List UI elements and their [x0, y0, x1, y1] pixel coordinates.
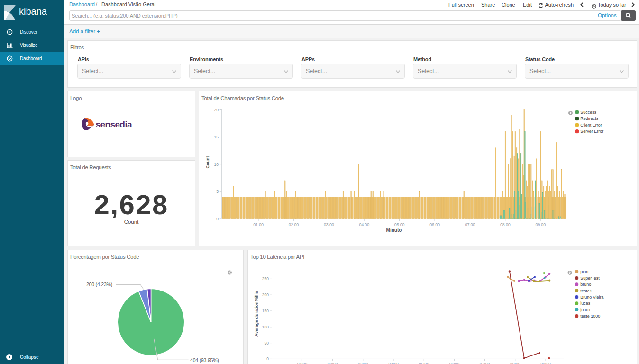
- svg-text:07:00: 07:00: [480, 362, 490, 364]
- svg-text:150: 150: [262, 309, 269, 313]
- svg-text:250: 250: [262, 276, 269, 281]
- svg-text:200 (4.23%): 200 (4.23%): [86, 282, 112, 287]
- svg-text:20: 20: [214, 108, 219, 112]
- svg-text:09:00: 09:00: [540, 362, 551, 364]
- svg-text:SuperTest: SuperTest: [580, 276, 600, 281]
- svg-text:07:00: 07:00: [465, 222, 475, 227]
- svg-text:10: 10: [214, 162, 219, 167]
- svg-text:Server Error: Server Error: [580, 129, 603, 134]
- svg-text:100: 100: [262, 325, 269, 329]
- svg-text:joao1: joao1: [580, 308, 591, 312]
- svg-text:04:00: 04:00: [388, 362, 399, 364]
- svg-text:200: 200: [262, 292, 269, 297]
- svg-text:bruno: bruno: [580, 282, 591, 287]
- svg-text:404 (93.95%): 404 (93.95%): [190, 357, 219, 363]
- svg-text:06:00: 06:00: [449, 362, 460, 364]
- svg-text:08:00: 08:00: [510, 362, 520, 364]
- svg-text:Bruno Vieira: Bruno Vieira: [580, 295, 603, 300]
- svg-text:Redirects: Redirects: [580, 116, 599, 121]
- svg-text:06:00: 06:00: [429, 222, 440, 227]
- svg-text:sensedia: sensedia: [96, 119, 133, 129]
- svg-text:02:00: 02:00: [328, 362, 338, 364]
- svg-text:03:00: 03:00: [324, 222, 334, 227]
- svg-text:01:00: 01:00: [253, 222, 264, 227]
- svg-text:5: 5: [216, 189, 219, 194]
- svg-text:15: 15: [214, 135, 219, 139]
- svg-text:Minuto: Minuto: [386, 228, 402, 233]
- svg-text:50: 50: [265, 341, 269, 346]
- svg-text:Average durationMillis: Average durationMillis: [254, 291, 259, 337]
- svg-text:05:00: 05:00: [394, 222, 405, 227]
- svg-text:03:00: 03:00: [358, 362, 368, 364]
- svg-text:teste 1000: teste 1000: [580, 314, 600, 318]
- svg-text:01:00: 01:00: [297, 362, 308, 364]
- svg-text:Client Error: Client Error: [580, 123, 602, 127]
- svg-text:05:00: 05:00: [419, 362, 429, 364]
- svg-text:piriri: piriri: [580, 269, 588, 274]
- svg-text:teste1: teste1: [580, 289, 592, 293]
- svg-text:0: 0: [216, 217, 219, 221]
- svg-text:Success: Success: [580, 110, 597, 115]
- svg-text:lucas: lucas: [580, 301, 591, 306]
- svg-text:04:00: 04:00: [359, 222, 369, 227]
- svg-text:Count: Count: [205, 156, 210, 169]
- svg-text:08:00: 08:00: [500, 222, 511, 227]
- svg-text:09:00: 09:00: [535, 222, 546, 227]
- svg-text:0: 0: [266, 356, 269, 361]
- svg-text:02:00: 02:00: [289, 222, 299, 227]
